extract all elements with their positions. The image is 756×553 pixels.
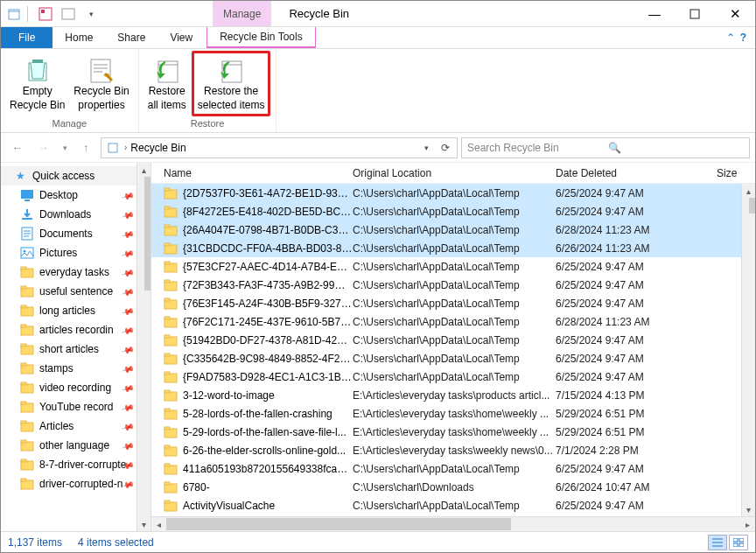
refresh-icon[interactable]: ⟳ [438, 140, 453, 156]
scroll-down-icon[interactable]: ▾ [742, 502, 756, 516]
scroll-down-icon[interactable]: ▾ [137, 517, 151, 531]
ribbon-button-label: all items [148, 100, 186, 112]
file-name: {C335642B-9C98-4849-8852-4F234... [183, 353, 353, 365]
scroll-left-icon[interactable]: ◂ [151, 520, 166, 529]
back-button[interactable]: ← [6, 136, 29, 159]
tab-home[interactable]: Home [52, 27, 105, 48]
properties-icon[interactable] [36, 4, 55, 24]
file-row[interactable]: {76F2C171-245E-437E-9610-5B78A9...C:\Use… [151, 312, 755, 331]
file-row[interactable]: {F9AD7583-D928-4EC1-A1C3-1BA5...C:\Users… [151, 368, 755, 386]
search-box[interactable]: Search Recycle Bin 🔍 [461, 137, 750, 158]
ribbon-collapse[interactable]: ⌃ ? [718, 27, 755, 48]
content-scrollbar-horizontal[interactable]: ◂ ▸ [151, 516, 755, 531]
ribbon-button-label: Recycle Bin [10, 100, 65, 112]
address-dropdown-icon[interactable]: ▾ [418, 140, 434, 156]
tab-share[interactable]: Share [105, 27, 158, 48]
file-row[interactable]: {C335642B-9C98-4849-8852-4F234...C:\User… [151, 349, 755, 368]
sidebar-item[interactable]: Desktop📌 [1, 186, 150, 205]
scroll-up-icon[interactable]: ▴ [742, 184, 756, 198]
scroll-up-icon[interactable]: ▴ [137, 163, 151, 177]
folder-icon [164, 463, 178, 475]
recent-locations-dropdown[interactable]: ▾ [59, 136, 71, 159]
breadcrumb-recycle-bin[interactable]: Recycle Bin [130, 142, 186, 154]
ribbon-button-icon [88, 56, 116, 84]
details-view-button[interactable] [708, 535, 727, 550]
content-scrollbar-vertical[interactable]: ▴ ▾ [741, 184, 755, 516]
sidebar-item[interactable]: long articles📌 [1, 301, 150, 320]
sidebar-item[interactable]: articles recordin📌 [1, 320, 150, 340]
up-button[interactable]: ↑ [74, 136, 97, 159]
address-bar: ← → ▾ ↑ › Recycle Bin ▾ ⟳ Search Recycle… [1, 133, 755, 163]
minimize-button[interactable]: — [634, 1, 675, 26]
column-size[interactable]: Size [717, 167, 755, 179]
sidebar-item[interactable]: Articles📌 [1, 416, 150, 436]
status-bar: 1,137 items 4 items selected [1, 531, 755, 552]
file-list[interactable]: ▴ ▾ {2D7537F0-3E61-4A72-BE1D-9318D...C:\… [151, 184, 755, 516]
file-row[interactable]: 6780-C:\Users\charl\Downloads6/26/2024 1… [151, 478, 755, 496]
folder-icon [20, 361, 34, 375]
file-row[interactable]: 411a605193b8720155649338fca7180fC:\Users… [151, 459, 755, 478]
tab-recycle-bin-tools[interactable]: Recycle Bin Tools [206, 27, 316, 48]
sidebar-scrollbar[interactable]: ▴ ▾ [136, 163, 150, 531]
restore-selected-items-button[interactable]: Restore theselected items [192, 51, 271, 116]
file-name: {51942BD0-DF27-4378-A81D-428F8... [183, 334, 353, 346]
file-row[interactable]: {51942BD0-DF27-4378-A81D-428F8...C:\User… [151, 331, 755, 349]
tab-view[interactable]: View [158, 27, 205, 48]
sidebar-item[interactable]: Documents📌 [1, 224, 150, 243]
restore-all-items-button[interactable]: Restoreall items [144, 51, 190, 116]
sidebar-item[interactable]: everyday tasks📌 [1, 262, 150, 282]
maximize-button[interactable] [675, 1, 715, 26]
sidebar-item[interactable]: short articles📌 [1, 340, 150, 359]
file-row[interactable]: {57E3CF27-AAEC-4D14-A7B4-EAEE...C:\Users… [151, 257, 755, 276]
file-row[interactable]: ActivityVisualCacheC:\Users\charl\AppDat… [151, 496, 755, 514]
file-date: 6/25/2024 9:47 AM [556, 371, 755, 383]
file-row[interactable]: 5-28-lords-of-the-fallen-crashingE:\Arti… [151, 404, 755, 423]
column-date-deleted[interactable]: Date Deleted [556, 167, 717, 179]
folder-icon [164, 334, 178, 346]
folder-icon [164, 389, 178, 402]
file-row[interactable]: {31CBDCDC-FF0A-4BBA-BD03-8F5...C:\Users\… [151, 239, 755, 257]
sidebar-item[interactable]: YouTube record📌 [1, 397, 150, 416]
breadcrumb-box[interactable]: › Recycle Bin ▾ ⟳ [101, 137, 458, 158]
sidebar-item[interactable]: stamps📌 [1, 359, 150, 378]
sidebar-quick-access[interactable]: ★Quick access [1, 166, 150, 186]
sidebar-item[interactable]: video recording📌 [1, 378, 150, 397]
column-original-location[interactable]: Original Location [353, 167, 556, 179]
sidebar-item-label: other language [39, 439, 109, 452]
close-button[interactable]: ✕ [715, 1, 755, 26]
sidebar-item[interactable]: useful sentence📌 [1, 282, 150, 301]
pin-icon: 📌 [121, 207, 135, 221]
recycle-bin-properties-button[interactable]: Recycle Binproperties [70, 51, 132, 116]
column-name[interactable]: Name [151, 167, 353, 179]
svg-rect-19 [21, 286, 26, 289]
file-row[interactable]: 6-26-the-elder-scrolls-online-gold...E:\… [151, 441, 755, 459]
file-row[interactable]: 3-12-word-to-imageE:\Articles\everyday t… [151, 386, 755, 404]
folder-icon [164, 444, 178, 457]
sidebar-item[interactable]: 8-7-driver-corrupte📌 [1, 455, 150, 474]
forward-button[interactable]: → [32, 136, 55, 159]
scroll-right-icon[interactable]: ▸ [740, 520, 755, 529]
file-menu[interactable]: File [1, 27, 52, 48]
file-date: 6/25/2024 9:47 AM [556, 500, 755, 512]
folder-icon [164, 316, 178, 328]
file-row[interactable]: {8F4272E5-E418-402D-BE5D-BC110...C:\User… [151, 202, 755, 220]
sidebar-item-label: video recording [39, 382, 111, 394]
svg-rect-29 [21, 382, 26, 385]
context-tab-group-label: Manage [213, 1, 271, 26]
sidebar-item[interactable]: other language📌 [1, 436, 150, 455]
empty-recycle-bin-button[interactable]: EmptyRecycle Bin [6, 51, 68, 116]
file-row[interactable]: {26A4047E-0798-4B71-B0DB-C3019...C:\User… [151, 220, 755, 239]
new-folder-icon[interactable] [59, 4, 78, 24]
file-name: {31CBDCDC-FF0A-4BBA-BD03-8F5... [183, 242, 353, 255]
sidebar-item[interactable]: Downloads📌 [1, 205, 150, 224]
file-row[interactable]: {76E3F145-A24F-430B-B5F9-3274FE...C:\Use… [151, 294, 755, 312]
qat-dropdown-icon[interactable]: ▾ [81, 4, 101, 24]
sidebar-item[interactable]: driver-corrupted-n📌 [1, 474, 150, 494]
help-icon[interactable]: ? [740, 32, 746, 44]
file-row[interactable]: {72F3B343-FA3F-4735-A9B2-99C46...C:\User… [151, 276, 755, 294]
large-icons-view-button[interactable] [729, 535, 748, 550]
sidebar-item[interactable]: Pictures📌 [1, 243, 150, 262]
file-row[interactable]: 5-29-lords-of-the-fallen-save-file-l...E… [151, 423, 755, 441]
content-pane: Name Original Location Date Deleted Size… [151, 163, 755, 531]
file-row[interactable]: {2D7537F0-3E61-4A72-BE1D-9318D...C:\User… [151, 184, 755, 202]
